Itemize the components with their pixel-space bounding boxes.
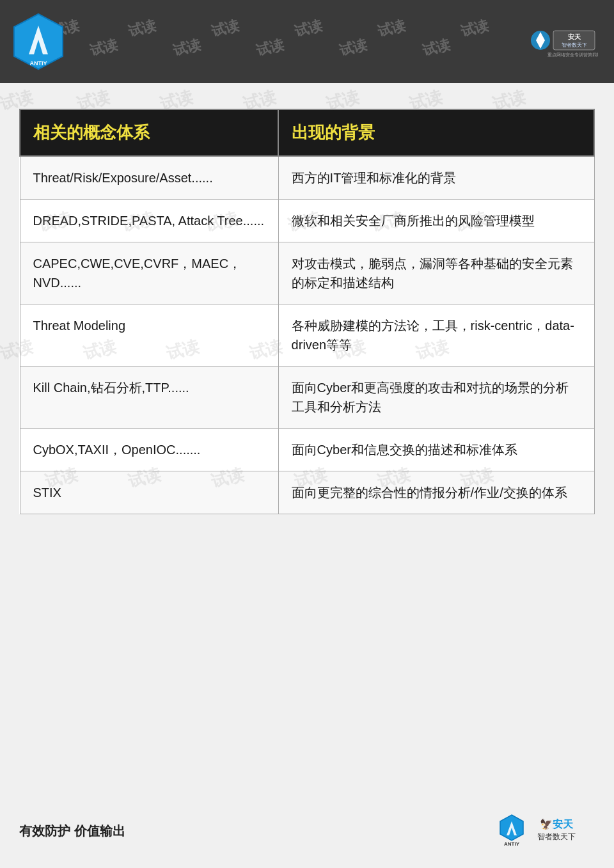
cell-left-5: CybOX,TAXII，OpenIOC.......: [20, 429, 278, 471]
col2-header: 出现的背景: [278, 109, 594, 156]
table-row: CAPEC,CWE,CVE,CVRF，MAEC，NVD......对攻击模式，脆…: [20, 242, 594, 304]
cell-left-3: Threat Modeling: [20, 304, 278, 367]
concept-table: 相关的概念体系 出现的背景 Threat/Risk/Exposure/Asset…: [19, 109, 595, 514]
table-row: Kill Chain,钻石分析,TTP......面向Cyber和更高强度的攻击…: [20, 367, 594, 429]
cell-right-3: 各种威胁建模的方法论，工具，risk-centric，data-driven等等: [278, 304, 594, 367]
wm-11: 试读: [420, 35, 452, 61]
wm-7: 试读: [88, 35, 120, 61]
cell-left-4: Kill Chain,钻石分析,TTP......: [20, 367, 278, 429]
svg-text:ANTIY: ANTIY: [504, 841, 520, 847]
cell-left-6: STIX: [20, 471, 278, 514]
cell-left-2: CAPEC,CWE,CVE,CVRF，MAEC，NVD......: [20, 242, 278, 304]
table-row: Threat/Risk/Exposure/Asset......西方的IT管理和…: [20, 156, 594, 200]
svg-text:🦅安天: 🦅安天: [540, 818, 574, 830]
svg-text:ANTIY: ANTIY: [30, 60, 47, 67]
table-row: CybOX,TAXII，OpenIOC.......面向Cyber和信息交换的描…: [20, 429, 594, 471]
cell-right-2: 对攻击模式，脆弱点，漏洞等各种基础的安全元素的标定和描述结构: [278, 242, 594, 304]
right-logo-area: 安天 智者数天下 重点网络安全专训营第四期: [524, 16, 601, 67]
footer-logo: ANTIY 🦅安天 智者数天下: [499, 814, 595, 849]
wm-9: 试读: [254, 35, 286, 61]
cell-right-4: 面向Cyber和更高强度的攻击和对抗的场景的分析工具和分析方法: [278, 367, 594, 429]
col1-header: 相关的概念体系: [20, 109, 278, 156]
cell-right-6: 面向更完整的综合性的情报分析/作业/交换的体系: [278, 471, 594, 514]
wm-10: 试读: [337, 35, 369, 61]
right-logo-content: 安天 智者数天下 重点网络安全专训营第四期: [528, 18, 598, 65]
cell-left-1: DREAD,STRIDE,PASTA, Attack Tree......: [20, 200, 278, 242]
wm-4: 试读: [292, 16, 324, 42]
cell-right-1: 微软和相关安全厂商所推出的风险管理模型: [278, 200, 594, 242]
table-header-row: 相关的概念体系 出现的背景: [20, 109, 594, 156]
cell-left-0: Threat/Risk/Exposure/Asset......: [20, 156, 278, 200]
cell-right-5: 面向Cyber和信息交换的描述和标准体系: [278, 429, 594, 471]
logo-area: ANTIY: [13, 13, 64, 70]
antiy-logo: ANTIY: [13, 13, 64, 70]
svg-text:智者数天下: 智者数天下: [537, 832, 576, 841]
svg-text:安天: 安天: [567, 33, 581, 40]
svg-text:智者数天下: 智者数天下: [562, 42, 587, 48]
cell-right-0: 西方的IT管理和标准化的背景: [278, 156, 594, 200]
table-row: Threat Modeling各种威胁建模的方法论，工具，risk-centri…: [20, 304, 594, 367]
svg-text:重点网络安全专训营第四期: 重点网络安全专训营第四期: [547, 52, 598, 58]
wm-2: 试读: [126, 16, 158, 42]
wm-3: 试读: [209, 16, 241, 42]
table-row: DREAD,STRIDE,PASTA, Attack Tree......微软和…: [20, 200, 594, 242]
wm-5: 试读: [375, 16, 407, 42]
table-row: STIX面向更完整的综合性的情报分析/作业/交换的体系: [20, 471, 594, 514]
wm-8: 试读: [171, 35, 203, 61]
main-content: 试读 试读 试读 试读 试读 试读 试读 试读 试读 试读 试读 试读 试读 试…: [0, 83, 614, 533]
footer-tagline: 有效防护 价值输出: [19, 823, 125, 840]
header-watermarks: 试读 试读 试读 试读 试读 试读 试读 试读 试读 试读 试读: [0, 0, 614, 83]
header: 试读 试读 试读 试读 试读 试读 试读 试读 试读 试读 试读 ANTIY: [0, 0, 614, 83]
footer: 有效防护 价值输出 ANTIY 🦅安天 智者数天下: [0, 814, 614, 849]
wm-6: 试读: [459, 16, 491, 42]
